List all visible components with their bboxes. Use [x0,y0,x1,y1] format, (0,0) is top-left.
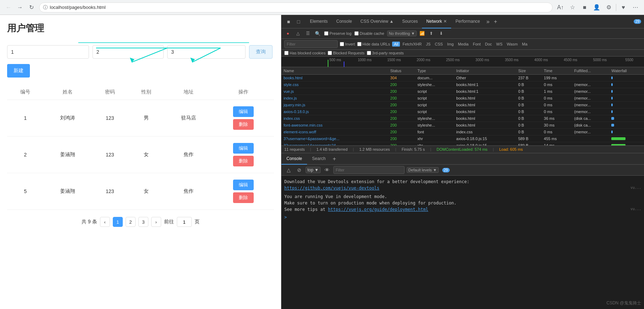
blocked-requests-checkbox[interactable] [328,51,332,55]
network-table-row[interactable]: index.js 200 script books.html 0 B 0 ms … [281,95,644,102]
initiator-link[interactable]: books.html:1 [456,82,478,87]
add-tab-button[interactable]: + [492,18,499,25]
page-3-button[interactable]: 3 [138,217,148,227]
network-table-row[interactable]: jquery.min.js 200 script books.html 0 B … [281,102,644,108]
network-table-row[interactable]: 3?username=1&password=2&... 200 xhr axio… [281,142,644,146]
add-console-tab-button[interactable]: + [331,156,338,162]
console-clear-button[interactable]: △ [284,166,293,174]
filter-toggle-button[interactable]: ☰ [304,30,311,37]
settings-icon[interactable]: ⚙ [604,2,614,12]
forward-button[interactable]: → [15,2,25,12]
bookmark-icon[interactable]: ☆ [568,2,577,12]
filter-wasm[interactable]: Wasm [505,42,519,47]
console-context-selector[interactable]: top ▼ [306,167,321,173]
page-2-button[interactable]: 2 [126,217,136,227]
new-button[interactable]: 新建 [7,64,30,78]
filter-doc[interactable]: Doc [483,42,494,47]
throttle-select[interactable]: No throttling ▼ [387,31,417,36]
network-table-row[interactable]: font-awesome.min.css 200 styleshe... boo… [281,122,644,129]
network-table-row[interactable]: element-icons.woff 200 font index.css 0 … [281,129,644,135]
initiator-link[interactable]: index.css [456,130,473,134]
search-input-2[interactable]: 2 [93,45,164,59]
initiator-link[interactable]: books.html [456,96,475,100]
filter-img[interactable]: Img [445,42,455,47]
tab-network[interactable]: Network ✕ [422,15,451,28]
console-level-selector[interactable]: Default levels ▼ [407,167,439,173]
filter-css[interactable]: CSS [433,42,445,47]
vue-devtools-link[interactable]: https://github.com/vuejs/vue-devtools [284,186,379,191]
delete-button[interactable]: 删除 [233,192,254,203]
deployment-link[interactable]: https://vuejs.org/guide/deployment.html [328,207,428,212]
delete-button[interactable]: 删除 [233,156,254,166]
preserve-log-checkbox[interactable]: Preserve log [324,31,352,36]
prev-page-button[interactable]: ‹ [100,217,110,227]
extensions-icon[interactable]: ■ [580,2,590,12]
third-party-checkbox[interactable] [367,51,371,55]
disable-cache-checkbox[interactable]: Disable cache [354,31,384,36]
tab-css-overview[interactable]: CSS Overview ▲ [356,15,398,28]
console-filter-input[interactable] [333,166,405,174]
initiator-link[interactable]: books.html [456,116,475,121]
search-button-dt[interactable]: 🔍 [314,30,321,37]
initiator-link[interactable]: books.html [456,123,475,127]
reload-button[interactable]: ↻ [26,2,36,12]
devtools-undock-button[interactable]: □ [294,17,303,26]
export-button[interactable]: ⬇ [438,30,445,37]
console-block-button[interactable]: ⊘ [295,166,303,174]
network-table-row[interactable]: 3?username=&password=&ge... 200 xhr axio… [281,135,644,142]
network-table-row[interactable]: index.css 200 styleshe... books.html 0 B… [281,115,644,122]
tab-performance[interactable]: Performance [451,15,484,28]
goto-input[interactable] [177,217,192,227]
edit-button[interactable]: 编辑 [233,143,254,154]
filter-all[interactable]: All [392,42,400,47]
search-input-3[interactable]: 3 [167,45,246,59]
filter-media[interactable]: Media [456,42,470,47]
search-input-1[interactable]: 1 [7,45,89,59]
favorites-icon[interactable]: ♥ [618,2,628,12]
initiator-link[interactable]: books.html [456,110,475,114]
third-party-label[interactable]: 3rd-party requests [367,51,404,55]
filter-fetch-xhr[interactable]: Fetch/XHR [401,42,423,47]
disable-cache-input[interactable] [354,31,359,36]
tab-console[interactable]: Console [332,15,356,28]
clear-button[interactable]: △ [294,30,301,37]
more-tabs-button[interactable]: » [484,18,492,25]
back-button[interactable]: ← [4,2,14,12]
invert-checkbox[interactable] [340,42,344,46]
delete-button[interactable]: 删除 [233,119,254,130]
more-icon[interactable]: ⋯ [630,2,640,12]
initiator-link[interactable]: axios-0.18.0.js:15 [456,137,487,141]
filter-ws[interactable]: WS [495,42,505,47]
console-eye-button[interactable]: 👁 [323,166,331,174]
zoom-icon[interactable]: A↑ [555,2,565,12]
hide-data-urls-label[interactable]: Hide data URLs [357,42,390,46]
network-table-row[interactable]: style.css 200 styleshe... books.html:1 0… [281,81,644,88]
profile-icon[interactable]: 👤 [592,2,602,12]
filter-font[interactable]: Font [471,42,482,47]
tab-search-panel[interactable]: Search [307,153,331,165]
network-table-row[interactable]: vue.js 200 script books.html:1 0 B 1 ms … [281,88,644,95]
edit-button[interactable]: 编辑 [233,106,254,117]
tab-console-panel[interactable]: Console [281,153,307,165]
page-1-button[interactable]: 1 [113,217,123,227]
preserve-log-input[interactable] [324,31,328,36]
blocked-cookies-label[interactable]: Has blocked cookies [284,51,326,55]
hide-data-urls-checkbox[interactable] [357,42,361,46]
search-button[interactable]: 查询 [249,45,273,59]
filter-js[interactable]: JS [424,42,432,47]
invert-label[interactable]: Invert [340,42,355,46]
record-button[interactable]: ● [284,30,291,37]
import-button[interactable]: ⬆ [428,30,435,37]
network-table-row[interactable]: books.html 304 docum... Other 237 B 199 … [281,75,644,81]
edit-button[interactable]: 编辑 [233,180,254,190]
network-table-container[interactable]: Name Status Type Initiator Size Time Ful… [281,67,644,145]
network-table-row[interactable]: axios-0.18.0.js 200 script books.html 0 … [281,108,644,115]
initiator-link[interactable]: books.html [456,103,475,107]
tab-sources[interactable]: Sources [398,15,422,28]
next-page-button[interactable]: › [151,217,161,227]
initiator-link[interactable]: books.html:1 [456,89,478,94]
blocked-cookies-checkbox[interactable] [284,51,289,55]
blocked-requests-label[interactable]: Blocked Requests [328,51,365,55]
tab-elements[interactable]: Elements [306,15,332,28]
tab-network-close[interactable]: ✕ [443,19,447,24]
